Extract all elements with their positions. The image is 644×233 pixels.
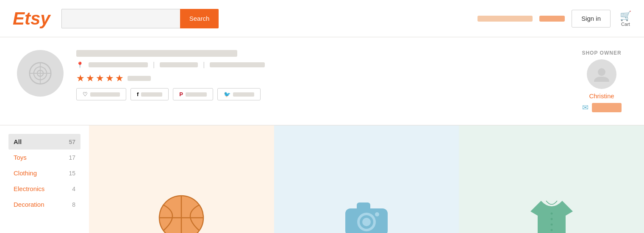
tw-label-bar xyxy=(233,92,254,97)
sidebar-count-all: 57 xyxy=(69,139,75,145)
star-5: ★ xyxy=(115,73,124,84)
message-icon[interactable]: ✉ xyxy=(582,103,588,112)
pinterest-icon: P xyxy=(179,91,183,97)
sidebar-count-clothing: 15 xyxy=(69,170,75,177)
sidebar-label-toys: Toys xyxy=(14,154,27,161)
rating-bar xyxy=(128,76,151,81)
social-buttons: ♡ f P 🐦 xyxy=(76,88,564,100)
header-bar1 xyxy=(477,16,533,22)
favorite-button[interactable]: ♡ xyxy=(76,88,126,100)
svg-point-12 xyxy=(375,212,379,216)
sidebar-item-clothing[interactable]: Clothing 15 xyxy=(8,165,80,181)
star-4: ★ xyxy=(105,73,114,84)
cart-area[interactable]: 🛒 Cart xyxy=(620,11,631,27)
fb-label-bar xyxy=(141,92,162,97)
profile-section: 📍 | | ★ ★ ★ ★ ★ ♡ f P xyxy=(0,37,644,125)
facebook-button[interactable]: f xyxy=(130,88,169,100)
meta-location-bar xyxy=(89,62,148,67)
meta-sales-bar xyxy=(210,62,265,67)
camera-icon xyxy=(343,197,390,233)
product-grid xyxy=(89,125,644,233)
star-1: ★ xyxy=(76,73,85,84)
sidebar: All 57 Toys 17 Clothing 15 Electronics 4… xyxy=(0,125,89,233)
heart-icon: ♡ xyxy=(83,91,88,97)
search-bar: Search xyxy=(61,9,219,28)
pinterest-button[interactable]: P xyxy=(173,88,213,100)
svg-point-15 xyxy=(550,224,552,226)
shop-meta: 📍 | | xyxy=(76,61,564,69)
sidebar-label-clothing: Clothing xyxy=(14,169,37,177)
sign-in-button[interactable]: Sign in xyxy=(572,10,611,28)
owner-action-bar[interactable] xyxy=(592,103,622,112)
sidebar-item-electronics[interactable]: Electronics 4 xyxy=(8,181,80,197)
sidebar-count-decoration: 8 xyxy=(72,201,75,208)
svg-point-14 xyxy=(550,218,552,220)
sidebar-count-electronics: 4 xyxy=(72,186,75,192)
shop-owner-label: SHOP OWNER xyxy=(582,50,621,56)
cart-icon: 🛒 xyxy=(620,11,631,22)
fav-label-bar xyxy=(90,92,120,97)
stars-row: ★ ★ ★ ★ ★ xyxy=(76,73,564,84)
location-icon: 📍 xyxy=(76,61,83,68)
search-button[interactable]: Search xyxy=(180,9,219,28)
sidebar-item-toys[interactable]: Toys 17 xyxy=(8,150,80,165)
twitter-icon: 🐦 xyxy=(224,91,230,97)
twitter-button[interactable]: 🐦 xyxy=(217,88,261,100)
main-content: All 57 Toys 17 Clothing 15 Electronics 4… xyxy=(0,125,644,233)
owner-name: Christine xyxy=(589,92,614,100)
header: Etsy Search Sign in 🛒 Cart xyxy=(0,0,644,37)
sidebar-label-all: All xyxy=(14,138,22,145)
product-card-toys[interactable] xyxy=(89,125,274,233)
svg-point-4 xyxy=(598,68,605,76)
svg-point-11 xyxy=(362,218,371,226)
pin-label-bar xyxy=(186,92,207,97)
shop-info: 📍 | | ★ ★ ★ ★ ★ ♡ f P xyxy=(76,50,564,100)
logo: Etsy xyxy=(13,8,50,29)
product-card-electronics[interactable] xyxy=(274,125,459,233)
product-card-clothing[interactable] xyxy=(459,125,644,233)
sidebar-item-all[interactable]: All 57 xyxy=(8,134,80,150)
sidebar-label-decoration: Decoration xyxy=(14,201,44,208)
sidebar-item-decoration[interactable]: Decoration 8 xyxy=(8,197,80,212)
shop-name-bar xyxy=(76,50,237,57)
owner-avatar-icon xyxy=(593,66,610,83)
star-2: ★ xyxy=(86,73,94,84)
meta-since-bar xyxy=(160,62,198,67)
svg-point-13 xyxy=(550,213,552,215)
cart-label: Cart xyxy=(621,22,630,27)
header-bar2 xyxy=(539,16,565,22)
facebook-icon: f xyxy=(137,91,139,97)
sidebar-count-toys: 17 xyxy=(69,154,75,161)
owner-avatar xyxy=(587,59,616,89)
sidebar-label-electronics: Electronics xyxy=(14,185,44,192)
svg-rect-8 xyxy=(357,202,370,212)
search-input[interactable] xyxy=(61,9,180,28)
svg-point-16 xyxy=(550,229,552,231)
shop-owner-area: SHOP OWNER Christine ✉ xyxy=(576,50,627,112)
shop-avatar xyxy=(17,50,64,97)
shirt-icon xyxy=(528,194,575,233)
shop-logo-icon xyxy=(29,62,52,85)
star-3: ★ xyxy=(96,73,104,84)
basketball-icon xyxy=(156,192,207,233)
owner-actions: ✉ xyxy=(582,103,622,112)
